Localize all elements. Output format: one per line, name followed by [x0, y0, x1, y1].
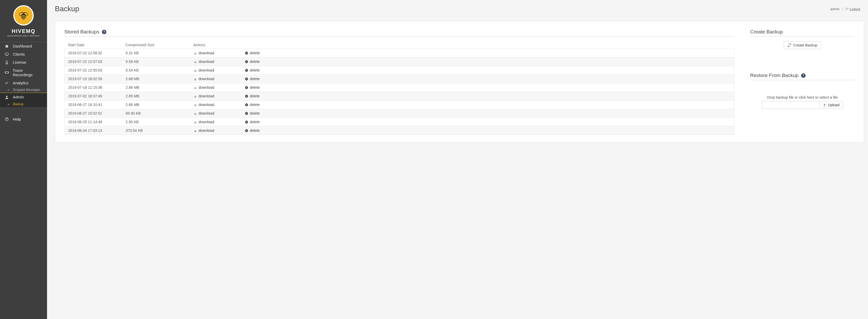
section-title-text: Restore From Backup	[750, 73, 799, 78]
sidebar-item-admin[interactable]: Admin	[0, 93, 47, 101]
delete-action[interactable]: delete	[245, 103, 260, 107]
delete-icon	[245, 120, 248, 124]
delete-action[interactable]: delete	[245, 111, 260, 115]
sidebar-item-trace-recordings[interactable]: Trace Recordings	[0, 66, 47, 79]
monitor-icon	[4, 52, 10, 57]
download-action[interactable]: download	[194, 129, 245, 133]
cell-size: 2.86 MB	[126, 85, 194, 90]
col-header-date: Start Date	[68, 43, 125, 47]
download-action[interactable]: download	[194, 120, 245, 124]
download-action[interactable]: download	[194, 85, 245, 90]
brand-name: HIVEMQ	[3, 28, 44, 34]
backup-rows: 2019-07-22 12:58:326.31 KBdownloaddelete…	[64, 48, 735, 135]
download-action[interactable]: download	[194, 68, 245, 72]
sidebar-item-help[interactable]: Help	[0, 115, 47, 123]
svg-point-13	[6, 96, 7, 97]
delete-action[interactable]: delete	[245, 77, 260, 81]
sidebar-item-label: Dashboard	[13, 44, 32, 48]
download-icon	[194, 95, 197, 98]
action-label: download	[198, 129, 214, 133]
help-badge-icon[interactable]: ?	[801, 73, 806, 78]
table-header-row: Start Date Compressed Size Actions	[64, 41, 735, 48]
download-icon	[194, 60, 197, 64]
cell-date: 2019-07-22 12:55:03	[68, 68, 126, 72]
sidebar-item-label: Clients	[13, 52, 25, 57]
download-icon	[194, 77, 197, 81]
badge-icon	[4, 60, 10, 65]
delete-icon	[245, 51, 248, 55]
delete-action[interactable]: delete	[245, 94, 260, 98]
restore-drop-hint: Drop backup file or click here to select…	[750, 95, 855, 100]
cell-size: 5.54 KB	[126, 68, 194, 72]
section-title-text: Create Backup	[750, 29, 783, 35]
download-action[interactable]: download	[194, 103, 245, 107]
sidebar-sub-backup[interactable]: ▶ Backup	[0, 101, 47, 107]
table-row: 2019-07-22 12:57:035.59 KBdownloaddelete	[64, 57, 735, 66]
upload-button[interactable]: Upload	[819, 101, 843, 109]
restore-title: Restore From Backup ?	[750, 73, 855, 80]
upload-file-input[interactable]	[762, 101, 819, 109]
download-icon	[194, 51, 197, 55]
svg-rect-8	[5, 53, 8, 55]
action-label: delete	[250, 60, 260, 64]
sidebar-item-label: Trace Recordings	[13, 68, 43, 77]
button-label: Create Backup	[793, 43, 817, 47]
delete-action[interactable]: delete	[245, 85, 260, 90]
sidebar-item-label: License	[13, 60, 26, 65]
caret-right-icon: ▶	[8, 89, 9, 91]
delete-icon	[245, 77, 248, 81]
header: Backup admin | Logout	[47, 0, 868, 21]
sidebar-item-dashboard[interactable]: Dashboard	[0, 42, 47, 50]
svg-rect-12	[8, 72, 8, 73]
delete-action[interactable]: delete	[245, 51, 260, 55]
delete-icon	[245, 69, 248, 72]
sidebar-sub-dropped-messages[interactable]: ▶ Dropped Messages	[0, 87, 47, 93]
cell-date: 2019-07-22 12:58:32	[68, 51, 126, 55]
sidebar-item-label: Admin	[13, 95, 24, 99]
sidebar: HIVEMQ ENTERPRISE MQTT BROKER Dashboard …	[0, 0, 47, 319]
cell-date: 2019-07-02 18:37:49	[68, 94, 126, 98]
refresh-icon	[787, 43, 791, 47]
svg-rect-2	[21, 16, 26, 17]
table-row: 2019-07-18 11:15:382.86 MBdownloaddelete	[64, 83, 735, 92]
download-action[interactable]: download	[194, 60, 245, 64]
table-row: 2019-06-25 11:14:492.95 KBdownloaddelete	[64, 117, 735, 126]
sidebar-item-license[interactable]: License	[0, 58, 47, 66]
svg-point-6	[22, 12, 23, 13]
delete-action[interactable]: delete	[245, 120, 260, 124]
sidebar-item-analytics[interactable]: Analytics	[0, 79, 47, 87]
col-header-size: Compressed Size	[125, 43, 193, 47]
sidebar-item-clients[interactable]: Clients	[0, 50, 47, 58]
create-backup-button[interactable]: Create Backup	[784, 41, 822, 49]
download-action[interactable]: download	[194, 94, 245, 98]
table-row: 2019-06-24 17:03:13373.54 KBdownloaddele…	[64, 126, 735, 135]
svg-rect-3	[22, 18, 25, 19]
logout-link[interactable]: Logout	[845, 7, 860, 11]
delete-action[interactable]: delete	[245, 60, 260, 64]
table-row: 2019-07-02 18:37:492.85 MBdownloaddelete	[64, 92, 735, 101]
download-action[interactable]: download	[194, 51, 245, 55]
download-icon	[194, 112, 197, 115]
action-label: delete	[250, 77, 260, 81]
action-label: download	[198, 51, 214, 55]
action-label: download	[198, 60, 214, 64]
action-label: download	[198, 111, 214, 115]
section-title-text: Stored Backups	[64, 29, 99, 35]
sidebar-item-label: Analytics	[13, 81, 29, 85]
table-row: 2019-07-22 12:55:035.54 KBdownloaddelete	[64, 66, 735, 75]
download-action[interactable]: download	[194, 77, 245, 81]
sidebar-sub-label: Backup	[13, 102, 24, 106]
help-badge-icon[interactable]: ?	[102, 30, 106, 34]
download-icon	[194, 69, 197, 72]
brand-logo: HIVEMQ ENTERPRISE MQTT BROKER	[0, 0, 47, 42]
action-label: download	[198, 85, 214, 90]
download-action[interactable]: download	[194, 111, 245, 115]
cell-size: 6.31 KB	[126, 51, 194, 55]
cell-date: 2019-06-24 17:03:13	[68, 129, 126, 133]
cell-date: 2019-07-22 12:57:03	[68, 60, 126, 64]
delete-action[interactable]: delete	[245, 68, 260, 72]
cell-date: 2019-07-19 18:02:39	[68, 77, 126, 81]
delete-action[interactable]: delete	[245, 129, 260, 133]
table-row: 2019-06-27 15:52:5165.90 KBdownloaddelet…	[64, 109, 735, 118]
page-title: Backup	[55, 5, 79, 13]
